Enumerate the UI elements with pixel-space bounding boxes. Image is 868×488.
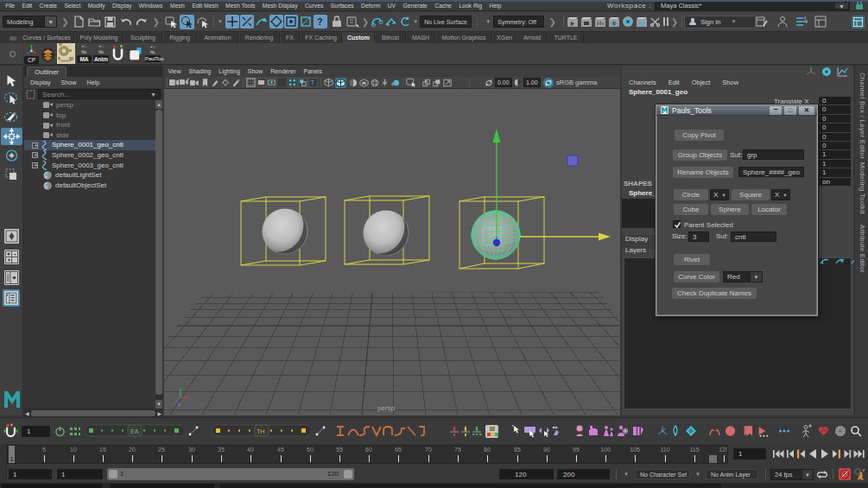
svg-text:tween: tween <box>60 58 72 63</box>
svg-text:persp: persp <box>377 404 396 412</box>
svg-text:y: y <box>178 402 181 407</box>
svg-text:?: ? <box>317 16 323 27</box>
svg-text:EA: EA <box>130 428 139 434</box>
svg-text:TH: TH <box>257 428 264 434</box>
svg-text:T: T <box>311 79 315 86</box>
